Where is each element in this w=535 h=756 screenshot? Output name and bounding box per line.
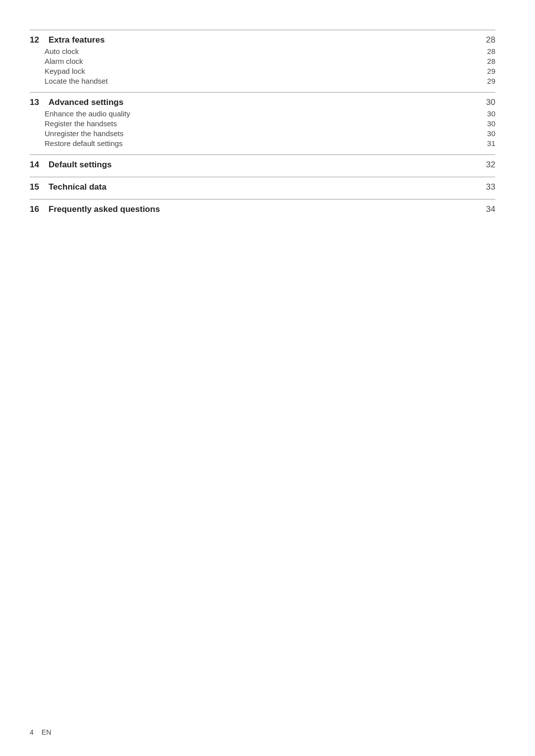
sub-page-12-2: 28	[481, 57, 495, 65]
section-number-14: 14	[30, 160, 45, 170]
sub-entry-13-4: Restore default settings 31	[30, 139, 495, 148]
sub-title-12-2: Alarm clock	[45, 57, 481, 65]
toc-main-left-14: 14 Default settings	[30, 160, 481, 170]
toc-main-left-12: 12 Extra features	[30, 35, 481, 45]
toc-section-12: 12 Extra features 28 Auto clock 28 Alarm…	[30, 30, 495, 85]
toc-block-15: 15 Technical data 33	[30, 182, 495, 192]
sub-page-13-4: 31	[481, 139, 495, 148]
section-number-15: 15	[30, 182, 45, 192]
sub-title-12-4: Locate the handset	[45, 77, 481, 85]
sub-entry-13-3: Unregister the handsets 30	[30, 129, 495, 138]
sub-entry-12-3: Keypad lock 29	[30, 67, 495, 75]
toc-main-left-15: 15 Technical data	[30, 182, 481, 192]
toc-main-left-16: 16 Frequently asked questions	[30, 204, 481, 214]
sub-entry-12-4: Locate the handset 29	[30, 77, 495, 85]
toc-section-13: 13 Advanced settings 30 Enhance the audi…	[30, 92, 495, 148]
section-title-14: Default settings	[49, 160, 481, 170]
footer: 4 EN	[30, 728, 51, 736]
divider-13	[30, 92, 495, 93]
divider-14	[30, 154, 495, 155]
sub-title-13-4: Restore default settings	[45, 139, 481, 148]
toc-main-left-13: 13 Advanced settings	[30, 98, 481, 107]
subsections-13: Enhance the audio quality 30 Register th…	[30, 109, 495, 148]
sub-entry-12-1: Auto clock 28	[30, 47, 495, 55]
toc-block-14: 14 Default settings 32	[30, 160, 495, 170]
sub-title-12-3: Keypad lock	[45, 67, 481, 75]
toc-main-row-14: 14 Default settings 32	[30, 160, 495, 170]
sub-entry-13-2: Register the handsets 30	[30, 119, 495, 128]
section-page-15: 33	[481, 182, 495, 192]
toc-block-16: 16 Frequently asked questions 34	[30, 204, 495, 214]
sub-title-13-2: Register the handsets	[45, 119, 481, 128]
toc-section-14: 14 Default settings 32	[30, 154, 495, 170]
section-title-15: Technical data	[49, 182, 481, 192]
toc-main-row-13: 13 Advanced settings 30	[30, 98, 495, 107]
toc-section-16: 16 Frequently asked questions 34	[30, 199, 495, 214]
sub-entry-12-2: Alarm clock 28	[30, 57, 495, 65]
section-title-16: Frequently asked questions	[49, 204, 481, 214]
section-number-13: 13	[30, 98, 45, 107]
toc-block-12: 12 Extra features 28 Auto clock 28 Alarm…	[30, 35, 495, 85]
toc-main-row-12: 12 Extra features 28	[30, 35, 495, 45]
footer-language: EN	[42, 728, 51, 736]
toc-section-15: 15 Technical data 33	[30, 177, 495, 192]
section-page-16: 34	[481, 204, 495, 214]
toc-main-row-15: 15 Technical data 33	[30, 182, 495, 192]
page-container: 12 Extra features 28 Auto clock 28 Alarm…	[0, 0, 535, 756]
sub-page-12-4: 29	[481, 77, 495, 85]
footer-page-number: 4	[30, 728, 34, 736]
sub-page-12-3: 29	[481, 67, 495, 75]
section-title-12: Extra features	[49, 35, 481, 45]
sub-title-13-1: Enhance the audio quality	[45, 109, 481, 118]
section-number-16: 16	[30, 204, 45, 214]
section-title-13: Advanced settings	[49, 98, 481, 107]
section-page-14: 32	[481, 160, 495, 170]
sub-page-13-1: 30	[481, 109, 495, 118]
section-number-12: 12	[30, 35, 45, 45]
section-page-13: 30	[481, 98, 495, 107]
sub-page-13-3: 30	[481, 129, 495, 138]
toc-main-row-16: 16 Frequently asked questions 34	[30, 204, 495, 214]
sub-entry-13-1: Enhance the audio quality 30	[30, 109, 495, 118]
toc-block-13: 13 Advanced settings 30 Enhance the audi…	[30, 98, 495, 148]
divider-15	[30, 177, 495, 177]
sub-title-13-3: Unregister the handsets	[45, 129, 481, 138]
divider-12	[30, 30, 495, 30]
sub-page-13-2: 30	[481, 119, 495, 128]
subsections-12: Auto clock 28 Alarm clock 28 Keypad lock…	[30, 47, 495, 85]
sub-title-12-1: Auto clock	[45, 47, 481, 55]
section-page-12: 28	[481, 35, 495, 45]
divider-16	[30, 199, 495, 200]
sub-page-12-1: 28	[481, 47, 495, 55]
